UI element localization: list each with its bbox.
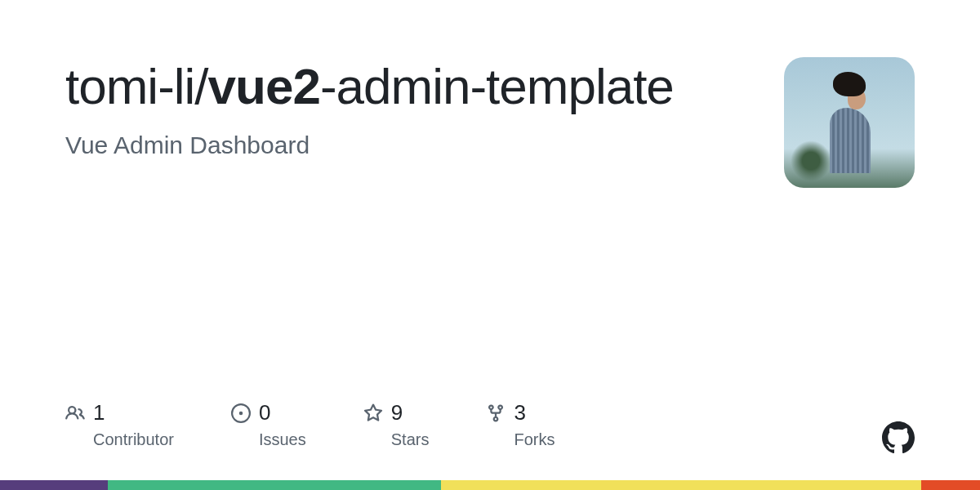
stat-issues-count: 0 [259, 400, 270, 425]
stat-issues[interactable]: 0 Issues [231, 400, 306, 449]
language-color-bar [0, 480, 980, 490]
github-logo-icon[interactable] [882, 421, 915, 454]
stat-forks[interactable]: 3 Forks [486, 400, 555, 449]
avatar-figure [823, 72, 872, 178]
repo-title-block: tomi-li/vue2-admin-template Vue Admin Da… [65, 57, 702, 159]
stat-contributors-count: 1 [93, 400, 105, 425]
stat-forks-count: 3 [514, 400, 525, 425]
language-segment [0, 480, 108, 490]
repo-name-rest[interactable]: -admin-template [320, 58, 674, 114]
stat-contributors-label: Contributor [93, 430, 174, 449]
stats-row: 1 Contributor 0 Issues 9 Stars [65, 400, 915, 449]
language-segment [921, 480, 980, 490]
repo-owner[interactable]: tomi-li [65, 58, 194, 114]
stat-contributors[interactable]: 1 Contributor [65, 400, 174, 449]
repo-description: Vue Admin Dashboard [65, 131, 702, 159]
avatar[interactable] [784, 57, 915, 188]
stat-stars-label: Stars [391, 430, 430, 449]
stat-issues-label: Issues [259, 430, 306, 449]
people-icon [65, 403, 85, 423]
stat-stars-count: 9 [391, 400, 403, 425]
language-segment [441, 480, 921, 490]
language-segment [108, 480, 441, 490]
stat-forks-label: Forks [514, 430, 555, 449]
star-icon [363, 403, 383, 423]
repo-separator: / [194, 58, 207, 114]
fork-icon [486, 403, 506, 423]
issue-icon [231, 403, 251, 423]
repo-title[interactable]: tomi-li/vue2-admin-template [65, 57, 702, 115]
stat-stars[interactable]: 9 Stars [363, 400, 430, 449]
repo-name-bold[interactable]: vue2 [208, 58, 320, 114]
